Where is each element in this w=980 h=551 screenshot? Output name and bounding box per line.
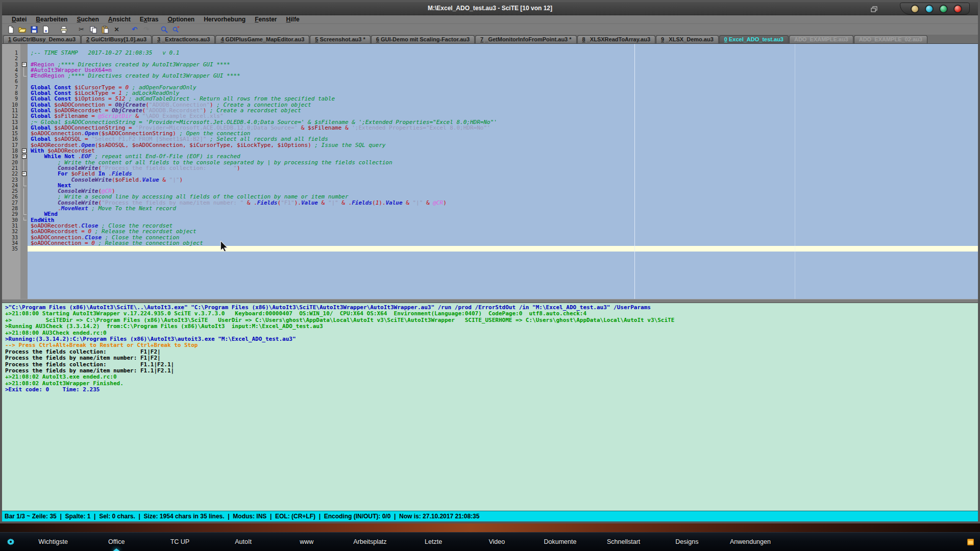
tab-GuiCtrlBusy_Demo.au3[interactable]: 1 GuiCtrlBusy_Demo.au3 (3, 35, 81, 43)
fold-margin[interactable] (20, 165, 28, 171)
fold-margin[interactable] (20, 223, 28, 229)
menu-item-ansicht[interactable]: Ansicht (104, 16, 135, 23)
delete-icon[interactable]: ✕ (111, 24, 122, 34)
fold-margin[interactable] (20, 246, 28, 252)
fold-margin[interactable] (20, 194, 28, 199)
fold-margin[interactable] (20, 96, 28, 102)
find-icon[interactable] (158, 24, 170, 34)
print-icon[interactable] (58, 24, 69, 34)
taskbar-item-autoit[interactable]: AutoIt (212, 533, 275, 551)
fold-margin[interactable] (20, 131, 28, 136)
fold-margin[interactable] (20, 188, 28, 194)
window-button-minimize[interactable] (925, 5, 934, 13)
taskbar-gear-icon[interactable] (0, 537, 21, 546)
close-file-icon[interactable]: x (40, 24, 52, 34)
output-pane[interactable]: >"C:\Program Files (x86)\AutoIt3\SciTE\.… (2, 303, 978, 511)
find-replace-icon[interactable] (170, 24, 182, 34)
taskbar-item-dokumente[interactable]: Dokumente (528, 533, 592, 551)
taskbar-item-anwendungen[interactable]: Anwendungen (719, 533, 782, 551)
title-bar[interactable]: M:\Excel_ADO_test.au3 - SciTE [10 von 12… (2, 2, 978, 15)
fold-margin[interactable] (20, 235, 28, 240)
code-line-24[interactable]: 24 Next (2, 183, 978, 188)
code-editor[interactable]: 1;-- TIME_STAMP 2017-10-27 21:08:35 v 0.… (2, 44, 978, 299)
tab-ADO_EXAMPLE.au3[interactable]: ADO_EXAMPLE.au3 (789, 35, 853, 43)
taskbar-item-letzte[interactable]: Letzte (402, 533, 465, 551)
new-file-icon[interactable] (5, 24, 16, 34)
menu-item-fenster[interactable]: Fenster (250, 16, 281, 23)
fold-margin[interactable]: − (20, 171, 28, 177)
tab-GDIPlusGame_MapEditor.au3[interactable]: 4 GDIPlusGame_MapEditor.au3 (215, 35, 309, 43)
undo-icon[interactable]: ↶ (129, 24, 140, 34)
code-line-3[interactable]: 3−#Region ;**** Directives created by Au… (2, 62, 978, 67)
code-line-34[interactable]: 34$oADOConnection = 0 ; Release the conn… (2, 240, 978, 246)
menu-item-hervorhebung[interactable]: Hervorhebung (199, 16, 250, 23)
menu-item-optionen[interactable]: Optionen (163, 16, 199, 23)
fold-margin[interactable] (20, 90, 28, 96)
taskbar-item-www[interactable]: www (275, 533, 338, 551)
taskbar-item-arbeitsplatz[interactable]: Arbeitsplatz (338, 533, 402, 551)
fold-margin[interactable] (20, 102, 28, 108)
fold-minus-icon[interactable]: − (22, 148, 27, 153)
taskbar-item-tc-up[interactable]: TC UP (148, 533, 211, 551)
save-file-icon[interactable] (28, 24, 40, 34)
fold-margin[interactable] (20, 119, 28, 125)
fold-margin[interactable] (20, 217, 28, 223)
fold-margin[interactable] (20, 79, 28, 84)
fold-margin[interactable] (20, 125, 28, 131)
taskbar-item-video[interactable]: Video (465, 533, 528, 551)
paste-icon[interactable] (99, 24, 111, 34)
fold-margin[interactable] (20, 160, 28, 165)
menu-item-datei[interactable]: Datei (7, 16, 31, 23)
fold-minus-icon[interactable]: − (22, 154, 27, 159)
tab-_XLSX_Demo.au3[interactable]: 9 _XLSX_Demo.au3 (656, 35, 719, 43)
tray-icon[interactable] (967, 538, 974, 547)
code-line-23[interactable]: 23 ConsoleWrite($oField.Value & "|") (2, 177, 978, 183)
fold-minus-icon[interactable]: − (22, 171, 27, 176)
fold-margin[interactable] (20, 142, 28, 148)
tab-Screenshot.au3[interactable]: 5 Screenshot.au3 * (310, 35, 370, 43)
redo-icon[interactable]: ↷ (140, 24, 152, 34)
copy-icon[interactable] (87, 24, 99, 34)
fold-margin[interactable] (20, 50, 28, 56)
fold-margin[interactable] (20, 73, 28, 79)
code-line-29[interactable]: 29 WEnd (2, 211, 978, 217)
taskbar-item-designs[interactable]: Designs (655, 533, 719, 551)
fold-margin[interactable] (20, 56, 28, 61)
window-button-gold[interactable] (911, 5, 919, 13)
window-button-maximize[interactable] (939, 5, 948, 13)
fold-margin[interactable] (20, 85, 28, 90)
tab-Excel_ADO_test.au3[interactable]: 0 Excel_ADO_test.au3 (719, 35, 789, 43)
tab-GUI-Demo mit Scaling-Factor.au3[interactable]: 6 GUI-Demo mit Scaling-Factor.au3 (371, 35, 475, 43)
fold-margin[interactable] (20, 136, 28, 142)
fold-margin[interactable] (20, 200, 28, 206)
menu-item-extras[interactable]: Extras (135, 16, 163, 23)
fold-margin[interactable] (20, 229, 28, 234)
taskbar-item-office[interactable]: Office (85, 533, 148, 551)
status-bar[interactable]: Bar 1/3 ~ Zeile: 35 | Spalte: 1 | Sel: 0… (2, 511, 978, 521)
open-file-icon[interactable] (16, 24, 28, 34)
tab-_GetMonitorInfoFromPoint.au3[interactable]: 7 _GetMonitorInfoFromPoint.au3 * (475, 35, 576, 43)
restore-icon[interactable] (871, 5, 878, 14)
code-line-28[interactable]: 28 .MoveNext ; Move To the Next record (2, 206, 978, 211)
pane-splitter[interactable] (2, 299, 978, 303)
fold-margin[interactable] (20, 206, 28, 211)
code-line-5[interactable]: 5#EndRegion ;**** Directives created by … (2, 73, 978, 79)
tab-ADO_EXAMPLE_02.au3[interactable]: ADO_EXAMPLE_02.au3 (854, 35, 927, 43)
window-button-close[interactable] (953, 5, 962, 13)
code-line-1[interactable]: 1;-- TIME_STAMP 2017-10-27 21:08:35 v 0.… (2, 50, 978, 56)
code-line-35[interactable]: 35 (2, 246, 978, 252)
tab-_ExtractIcons.au3[interactable]: 3 _ExtractIcons.au3 (152, 35, 215, 43)
code-line-21[interactable]: 21 ConsoleWrite("Process the fields coll… (2, 165, 978, 171)
fold-margin[interactable] (20, 211, 28, 217)
fold-margin[interactable] (20, 177, 28, 183)
fold-margin[interactable]: − (20, 154, 28, 159)
fold-margin[interactable]: − (20, 62, 28, 67)
fold-margin[interactable] (20, 67, 28, 73)
fold-margin[interactable] (20, 108, 28, 113)
tab-GuiCtrlBusy[1.0].au3[interactable]: 2 GuiCtrlBusy[1.0].au3 (81, 35, 152, 43)
cut-icon[interactable]: ✂ (76, 24, 87, 34)
fold-minus-icon[interactable]: − (22, 62, 27, 67)
menu-item-hilfe[interactable]: Hilfe (282, 16, 304, 23)
tab-_XLSXReadToArray.au3[interactable]: 8 _XLSXReadToArray.au3 (577, 35, 656, 43)
fold-margin[interactable]: − (20, 148, 28, 154)
